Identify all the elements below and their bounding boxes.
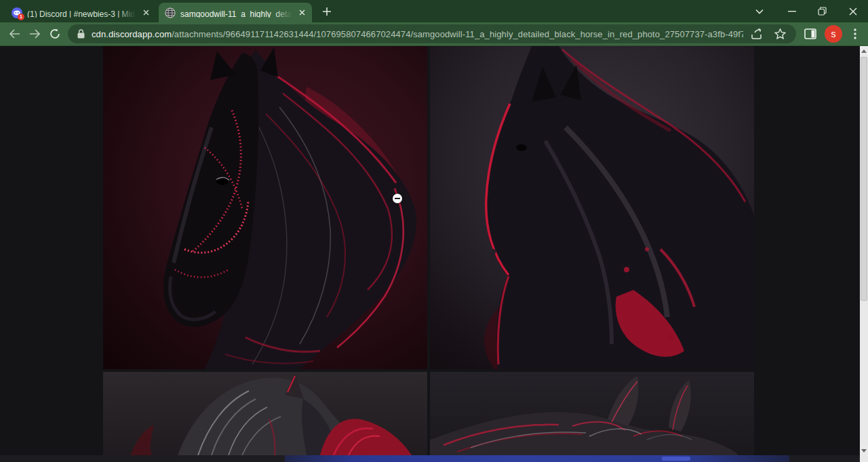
window-controls [745,0,868,22]
close-window-button[interactable] [837,0,868,22]
page-content [0,46,868,455]
lock-icon[interactable] [76,26,85,42]
image-quadrant-1[interactable] [103,46,427,369]
url-text: cdn.discordapp.com/attachments/966491171… [92,29,743,39]
horizontal-scrollbar-thumb[interactable] [285,455,789,462]
image-quadrant-4[interactable] [430,372,754,455]
discord-favicon-icon: 1 [12,7,22,18]
image-quadrant-2[interactable] [430,46,754,369]
profile-avatar[interactable]: s [825,25,842,43]
notification-badge: 1 [18,14,24,20]
forward-button[interactable] [24,24,45,44]
vertical-scrollbar[interactable] [860,46,868,455]
back-button[interactable] [4,24,24,44]
scroll-down-arrow-icon[interactable] [860,446,868,455]
restore-button[interactable] [807,0,837,22]
scrollbar-corner [860,455,868,462]
vertical-scrollbar-thumb[interactable] [861,57,867,301]
kebab-menu-icon[interactable] [846,26,864,42]
tab-search-button[interactable] [745,0,774,22]
url-domain: cdn.discordapp.com [92,29,172,39]
tab-close-icon[interactable] [140,7,151,18]
reload-button[interactable] [45,24,65,44]
globe-favicon-icon [165,7,176,18]
zoom-out-cursor-icon [393,194,402,203]
bookmark-star-icon[interactable] [772,26,788,42]
horizontal-scrollbar[interactable] [0,455,868,462]
horse-art-1 [103,46,427,369]
share-icon[interactable] [749,26,766,42]
image-grid[interactable] [103,46,754,455]
minimize-button[interactable] [776,0,807,22]
tab-image-viewer[interactable]: samgoodwill-11_a_highly_detaile [159,3,312,22]
side-panel-icon[interactable] [800,26,821,42]
horse-art-3 [103,372,427,455]
address-bar[interactable]: cdn.discordapp.com/attachments/966491171… [68,24,796,43]
scroll-up-arrow-icon[interactable] [860,46,868,56]
horse-art-4 [430,372,754,455]
image-quadrant-3[interactable] [103,372,427,455]
new-tab-button[interactable] [317,2,336,21]
tab-close-icon[interactable] [296,7,307,18]
tab-discord[interactable]: 1 (1) Discord | #newbies-3 | Midjou [5,3,156,22]
horse-art-2 [430,46,754,369]
url-path: /attachments/966491171142631444/10769580… [172,29,743,39]
tab-strip: 1 (1) Discord | #newbies-3 | Midjou samg… [0,0,868,22]
browser-toolbar: cdn.discordapp.com/attachments/966491171… [0,22,868,46]
